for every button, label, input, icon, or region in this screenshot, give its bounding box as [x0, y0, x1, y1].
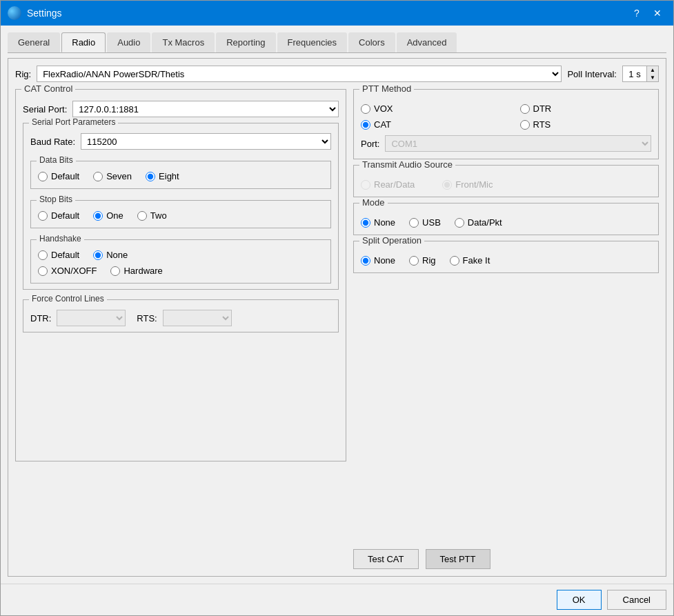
- poll-spinner-buttons: ▲ ▼: [647, 66, 659, 82]
- data-bits-title: Data Bits: [37, 155, 76, 165]
- test-cat-button[interactable]: Test CAT: [353, 549, 419, 569]
- stop-bits-one[interactable]: One: [93, 210, 123, 221]
- title-bar: Settings ? ✕: [1, 1, 673, 26]
- serial-port-row: Serial Port: 127.0.0.1:1881: [23, 101, 339, 117]
- mode-options: None USB Data/Pkt: [361, 217, 651, 228]
- split-fake-it[interactable]: Fake It: [450, 255, 490, 266]
- handshake-row2: XON/XOFF Hardware: [38, 266, 324, 276]
- stop-bits-radio-row: Default One Two: [38, 210, 324, 221]
- data-bits-seven[interactable]: Seven: [93, 171, 132, 181]
- ptt-port-select[interactable]: COM1: [385, 135, 651, 152]
- split-none[interactable]: None: [361, 255, 395, 266]
- poll-interval-input[interactable]: [622, 66, 647, 82]
- test-ptt-button[interactable]: Test PTT: [426, 549, 490, 569]
- title-bar-right: ? ✕: [628, 6, 666, 21]
- rig-label: Rig:: [15, 69, 31, 79]
- force-control-lines-group: Force Control Lines DTR: RTS:: [23, 299, 339, 332]
- dialog-content: General Radio Audio Tx Macros Reporting …: [1, 26, 673, 584]
- handshake-hardware[interactable]: Hardware: [110, 266, 162, 276]
- stop-bits-two[interactable]: Two: [137, 210, 167, 221]
- rts-select[interactable]: [163, 310, 232, 326]
- ptt-method-group: PTT Method VOX DTR: [353, 89, 659, 159]
- mode-none[interactable]: None: [361, 217, 395, 228]
- mode-data-pkt[interactable]: Data/Pkt: [455, 217, 502, 228]
- stop-bits-default[interactable]: Default: [38, 210, 79, 221]
- data-bits-default[interactable]: Default: [38, 171, 79, 181]
- ptt-dtr[interactable]: DTR: [520, 103, 652, 114]
- ptt-cat[interactable]: CAT: [361, 119, 493, 130]
- tab-frequencies[interactable]: Frequencies: [277, 32, 348, 52]
- ptt-port-label: Port:: [361, 139, 379, 149]
- ptt-vox[interactable]: VOX: [361, 103, 493, 114]
- audio-front-mic[interactable]: Front/Mic: [442, 179, 493, 190]
- rig-row: Rig: FlexRadio/ANAN PowerSDR/Thetis Poll…: [15, 66, 659, 82]
- dialog-bottom: OK Cancel: [1, 584, 673, 615]
- data-bits-eight[interactable]: Eight: [146, 171, 179, 181]
- transmit-audio-group: Transmit Audio Source Rear/Data Front/Mi…: [353, 165, 659, 197]
- mode-usb[interactable]: USB: [409, 217, 441, 228]
- baud-rate-label: Baud Rate:: [30, 137, 75, 147]
- ptt-method-title: PTT Method: [359, 83, 414, 94]
- mode-title: Mode: [359, 197, 388, 208]
- poll-interval-label: Poll Interval:: [567, 69, 617, 79]
- baud-rate-select[interactable]: 115200: [81, 133, 331, 150]
- split-operation-group: Split Operation None Rig: [353, 241, 659, 273]
- serial-port-params-title: Serial Port Parameters: [29, 117, 118, 127]
- handshake-none[interactable]: None: [93, 250, 128, 260]
- rts-label: RTS:: [137, 313, 157, 324]
- rig-select[interactable]: FlexRadio/ANAN PowerSDR/Thetis: [37, 66, 562, 82]
- data-bits-radio-row: Default Seven Eight: [38, 171, 324, 181]
- tab-colors[interactable]: Colors: [348, 32, 395, 52]
- window-title: Settings: [27, 8, 62, 19]
- app-icon: [8, 6, 21, 20]
- handshake-group: Handshake Default None: [30, 239, 331, 284]
- audio-rear-data[interactable]: Rear/Data: [361, 179, 415, 190]
- handshake-title: Handshake: [37, 234, 84, 244]
- baud-rate-row: Baud Rate: 115200: [30, 133, 331, 150]
- help-button[interactable]: ?: [628, 6, 646, 21]
- ptt-options-grid: VOX DTR CAT: [361, 103, 651, 130]
- poll-down-button[interactable]: ▼: [647, 74, 658, 81]
- close-button[interactable]: ✕: [648, 6, 666, 21]
- poll-spinner: ▲ ▼: [622, 66, 659, 82]
- handshake-default[interactable]: Default: [38, 250, 79, 260]
- two-column-layout: CAT Control Serial Port: 127.0.0.1:1881 …: [15, 89, 659, 569]
- split-options: None Rig Fake It: [361, 255, 651, 266]
- right-column: PTT Method VOX DTR: [353, 89, 659, 569]
- tab-general[interactable]: General: [8, 32, 60, 52]
- ptt-rts[interactable]: RTS: [520, 119, 652, 130]
- serial-port-select[interactable]: 127.0.0.1:1881: [72, 101, 339, 117]
- transmit-audio-options: Rear/Data Front/Mic: [361, 179, 651, 190]
- stop-bits-title: Stop Bits: [37, 195, 75, 204]
- mode-group: Mode None USB: [353, 203, 659, 235]
- tab-advanced[interactable]: Advanced: [397, 32, 457, 52]
- transmit-audio-title: Transmit Audio Source: [359, 159, 455, 170]
- serial-port-params-group: Serial Port Parameters Baud Rate: 115200: [23, 123, 339, 290]
- cancel-button[interactable]: Cancel: [607, 590, 666, 610]
- dtr-label: DTR:: [30, 313, 51, 324]
- force-control-lines-row: DTR: RTS:: [30, 310, 331, 326]
- ok-button[interactable]: OK: [557, 590, 602, 610]
- tab-reporting[interactable]: Reporting: [216, 32, 275, 52]
- tab-tx-macros[interactable]: Tx Macros: [152, 32, 215, 52]
- serial-port-label: Serial Port:: [23, 104, 67, 115]
- tab-bar: General Radio Audio Tx Macros Reporting …: [8, 32, 666, 53]
- left-column: CAT Control Serial Port: 127.0.0.1:1881 …: [15, 89, 346, 569]
- dtr-select[interactable]: [57, 310, 126, 326]
- split-rig[interactable]: Rig: [409, 255, 436, 266]
- data-bits-group: Data Bits Default Seven: [30, 161, 331, 189]
- stop-bits-group: Stop Bits Default One: [30, 200, 331, 228]
- handshake-xon-xoff[interactable]: XON/XOFF: [38, 266, 97, 276]
- ptt-port-row: Port: COM1: [361, 135, 651, 152]
- main-panel: Rig: FlexRadio/ANAN PowerSDR/Thetis Poll…: [8, 58, 666, 577]
- right-spacer: [353, 279, 659, 544]
- split-operation-title: Split Operation: [359, 235, 424, 246]
- force-control-lines-title: Force Control Lines: [29, 294, 107, 304]
- test-buttons-row: Test CAT Test PTT: [353, 549, 659, 569]
- poll-up-button[interactable]: ▲: [647, 66, 658, 74]
- tab-audio[interactable]: Audio: [107, 32, 150, 52]
- cat-control-title: CAT Control: [21, 83, 75, 94]
- cat-control-group: CAT Control Serial Port: 127.0.0.1:1881 …: [15, 89, 346, 461]
- title-bar-left: Settings: [8, 6, 62, 20]
- tab-radio[interactable]: Radio: [61, 32, 106, 52]
